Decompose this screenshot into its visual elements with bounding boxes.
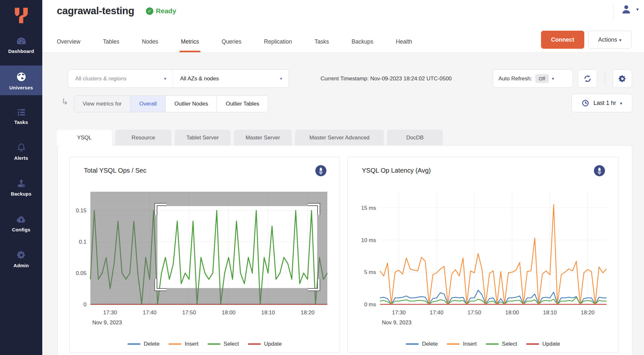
metrics-panel: Total YSQL Ops / Sec 00.050.10.1517:3017…	[57, 145, 632, 355]
backup-drive-icon	[0, 178, 42, 188]
legend-item-delete[interactable]: Delete	[128, 341, 159, 347]
legend-item-insert[interactable]: Insert	[169, 341, 199, 347]
sidebar-item-label: Backups	[0, 191, 42, 197]
metric-category-tabs: YSQL Resource Tablet Server Master Serve…	[57, 130, 443, 146]
metric-tab-resource[interactable]: Resource	[115, 130, 171, 146]
legend-item-update[interactable]: Update	[248, 341, 282, 347]
legend-label: Update	[542, 341, 560, 347]
legend-item-select[interactable]: Select	[486, 341, 517, 347]
tab-replication[interactable]: Replication	[264, 38, 292, 52]
svg-text:5 ms: 5 ms	[364, 269, 376, 275]
svg-text:18:00: 18:00	[505, 309, 519, 316]
metric-tab-master-server-advanced[interactable]: Master Server Advanced	[295, 130, 384, 146]
tab-health[interactable]: Health	[396, 38, 412, 52]
legend-swatch	[208, 343, 220, 345]
sidebar-item-admin[interactable]: Admin	[0, 244, 42, 273]
legend-item-insert[interactable]: Insert	[447, 341, 477, 347]
auto-refresh-label: Auto Refresh:	[498, 76, 532, 82]
time-range-value: Last 1 hr	[593, 100, 616, 107]
current-timestamp: Current Timestamp: Nov-09-2023 18:24:02 …	[321, 69, 452, 88]
sidebar-item-backups[interactable]: Backups	[0, 172, 42, 201]
auto-refresh-control[interactable]: Auto Refresh: Off ▾	[493, 69, 573, 88]
yugabyte-console: Dashboard Universes Tasks Alerts	[0, 0, 644, 355]
metric-tab-master-server[interactable]: Master Server	[234, 130, 292, 146]
svg-text:17:40: 17:40	[430, 309, 444, 316]
azs-dropdown-value: All AZs & nodes	[180, 76, 219, 82]
clusters-regions-dropdown[interactable]: All clusters & regions ▾	[68, 69, 173, 88]
chart-legend: Delete Insert Select Update	[70, 341, 340, 347]
svg-text:15 ms: 15 ms	[361, 205, 376, 211]
sidebar-item-label: Universes	[0, 85, 42, 90]
user-icon	[621, 4, 632, 15]
legend-item-update[interactable]: Update	[526, 341, 560, 347]
tab-metrics[interactable]: Metrics	[181, 38, 199, 52]
refresh-button[interactable]	[578, 69, 597, 88]
bell-icon	[0, 143, 42, 152]
yugabyte-y-icon	[12, 6, 30, 25]
legend-label: Select	[502, 341, 517, 347]
prometheus-icon[interactable]	[594, 165, 605, 177]
svg-text:18:20: 18:20	[301, 309, 315, 316]
segment-outlier-tables[interactable]: Outlier Tables	[217, 96, 268, 112]
svg-text:17:40: 17:40	[143, 309, 157, 316]
legend-swatch	[248, 343, 261, 345]
legend-swatch	[169, 343, 181, 345]
actions-label: Actions	[598, 36, 617, 43]
tab-overview[interactable]: Overview	[57, 38, 80, 52]
sidebar-item-dashboard[interactable]: Dashboard	[0, 31, 42, 59]
ysql-latency-chart[interactable]: 0 ms5 ms10 ms15 ms17:3017:4017:5018:0018…	[348, 188, 619, 327]
tab-backups[interactable]: Backups	[352, 38, 373, 52]
sidebar-item-label: Configs	[0, 227, 42, 232]
view-metrics-for-label: View metrics for	[74, 96, 130, 112]
chart-legend: Delete Insert Select Update	[348, 341, 618, 347]
chart-title: YSQL Op Latency (Avg)	[362, 167, 431, 174]
sidebar-item-label: Alerts	[0, 155, 42, 161]
legend-item-select[interactable]: Select	[208, 341, 239, 347]
legend-item-delete[interactable]: Delete	[406, 341, 438, 347]
segment-overall[interactable]: Overall	[130, 96, 166, 112]
svg-text:0 ms: 0 ms	[364, 301, 376, 308]
connect-button[interactable]: Connect	[541, 31, 584, 49]
auto-refresh-value[interactable]: Off	[535, 74, 549, 83]
segment-outlier-nodes[interactable]: Outlier Nodes	[165, 96, 217, 112]
sidebar-item-configs[interactable]: Configs	[0, 208, 42, 237]
tab-nodes[interactable]: Nodes	[142, 38, 158, 52]
status-badge: ✓ Ready	[146, 7, 176, 15]
legend-label: Select	[224, 341, 239, 347]
settings-button[interactable]	[613, 69, 632, 88]
time-range-dropdown[interactable]: Last 1 hr ▾	[571, 94, 632, 112]
legend-swatch	[128, 343, 140, 345]
header-divider	[613, 3, 614, 19]
chart-title: Total YSQL Ops / Sec	[84, 167, 146, 174]
sidebar-item-tasks[interactable]: Tasks	[0, 102, 42, 130]
title-row: cagrawal-testing ✓ Ready	[57, 3, 176, 19]
tab-tables[interactable]: Tables	[103, 38, 119, 52]
toolbar-divider	[605, 71, 605, 86]
azs-nodes-dropdown[interactable]: All AZs & nodes ▾	[173, 69, 289, 88]
chevron-down-icon: ▾	[620, 101, 622, 106]
prometheus-icon[interactable]	[315, 165, 327, 177]
sidebar-nav: Dashboard Universes Tasks Alerts	[0, 31, 42, 273]
check-circle-icon: ✓	[146, 7, 153, 15]
universe-header: cagrawal-testing ✓ Ready ▾ Overview Tabl…	[42, 0, 644, 53]
sidebar-item-label: Admin	[0, 263, 42, 268]
ysql-ops-chart[interactable]: 00.050.10.1517:3017:4017:5018:0018:1018:…	[70, 188, 340, 327]
sidebar-item-label: Tasks	[0, 119, 42, 125]
legend-label: Insert	[185, 341, 199, 347]
sidebar-item-label: Dashboard	[0, 48, 42, 54]
tab-queries[interactable]: Queries	[222, 38, 241, 52]
actions-button[interactable]: Actions▾	[588, 31, 631, 49]
sidebar-item-alerts[interactable]: Alerts	[0, 137, 42, 166]
metric-tab-tablet-server[interactable]: Tablet Server	[175, 130, 230, 146]
metric-tab-docdb[interactable]: DocDB	[387, 130, 443, 146]
yugabyte-logo[interactable]	[0, 0, 42, 31]
legend-swatch	[486, 343, 499, 345]
sidebar-item-universes[interactable]: Universes	[0, 66, 42, 95]
page-title: cagrawal-testing	[57, 5, 134, 17]
tab-tasks[interactable]: Tasks	[314, 38, 329, 52]
user-menu[interactable]: ▾	[621, 4, 639, 15]
legend-label: Delete	[422, 341, 438, 347]
chevron-down-icon: ▾	[552, 76, 554, 81]
metric-tab-ysql[interactable]: YSQL	[57, 130, 112, 146]
svg-text:0.15: 0.15	[76, 208, 87, 214]
